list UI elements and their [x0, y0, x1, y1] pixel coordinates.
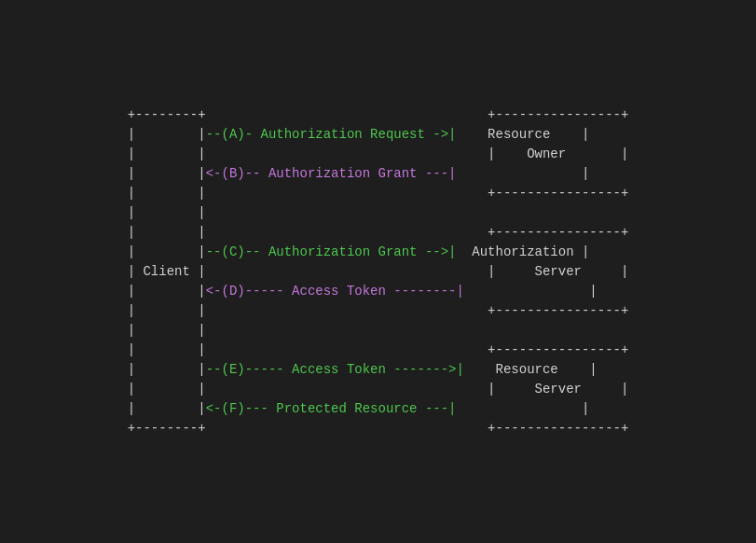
oauth-diagram: +--------+ +----------------+ | |--(A)- …: [128, 105, 629, 439]
diagram-container: +--------+ +----------------+ | |--(A)- …: [0, 0, 756, 543]
